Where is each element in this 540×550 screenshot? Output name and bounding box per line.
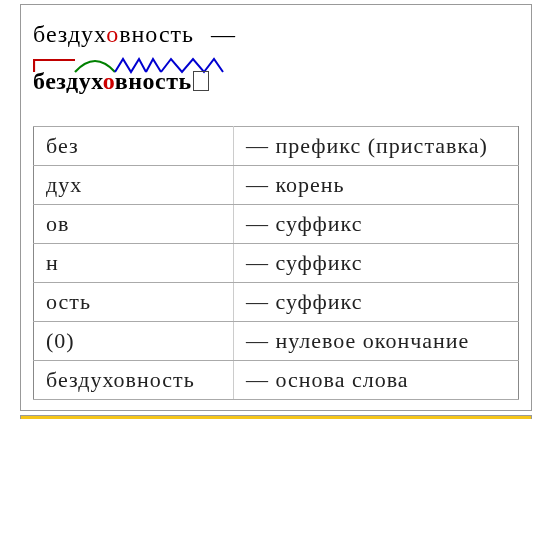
desc-cell: — префикс (приставка) (234, 127, 519, 166)
headword-pre: бездух (33, 21, 106, 47)
desc-cell: — суффикс (234, 244, 519, 283)
table-row: н — суффикс (34, 244, 519, 283)
morph-cell: бездуховность (34, 361, 234, 400)
table-row: дух — корень (34, 166, 519, 205)
headword-stress: о (106, 21, 119, 47)
morpheme-word: бездуховность (33, 68, 209, 95)
yellow-divider (20, 415, 532, 419)
morph-stress: о (103, 68, 115, 94)
morph-cell: н (34, 244, 234, 283)
zero-ending-box-icon (193, 71, 209, 91)
desc-cell: — основа слова (234, 361, 519, 400)
headword-dash: — (211, 21, 236, 47)
morph-cell: без (34, 127, 234, 166)
morph-cell: ов (34, 205, 234, 244)
morph-cell: дух (34, 166, 234, 205)
headword-post: вность (119, 21, 194, 47)
morph-post: вность (115, 68, 192, 94)
morph-pre: бездух (33, 68, 103, 94)
word-analysis-card: бездуховность — бездуховность без — преф… (20, 4, 532, 411)
table-row: бездуховность — основа слова (34, 361, 519, 400)
morpheme-diagram: бездуховность (33, 54, 519, 100)
desc-cell: — нулевое окончание (234, 322, 519, 361)
morph-cell: ость (34, 283, 234, 322)
table-row: ость — суффикс (34, 283, 519, 322)
morpheme-table: без — префикс (приставка) дух — корень о… (33, 126, 519, 400)
table-row: (0) — нулевое окончание (34, 322, 519, 361)
headword-line: бездуховность — (33, 21, 519, 48)
table-row: ов — суффикс (34, 205, 519, 244)
morph-cell: (0) (34, 322, 234, 361)
desc-cell: — суффикс (234, 205, 519, 244)
desc-cell: — суффикс (234, 283, 519, 322)
desc-cell: — корень (234, 166, 519, 205)
table-row: без — префикс (приставка) (34, 127, 519, 166)
